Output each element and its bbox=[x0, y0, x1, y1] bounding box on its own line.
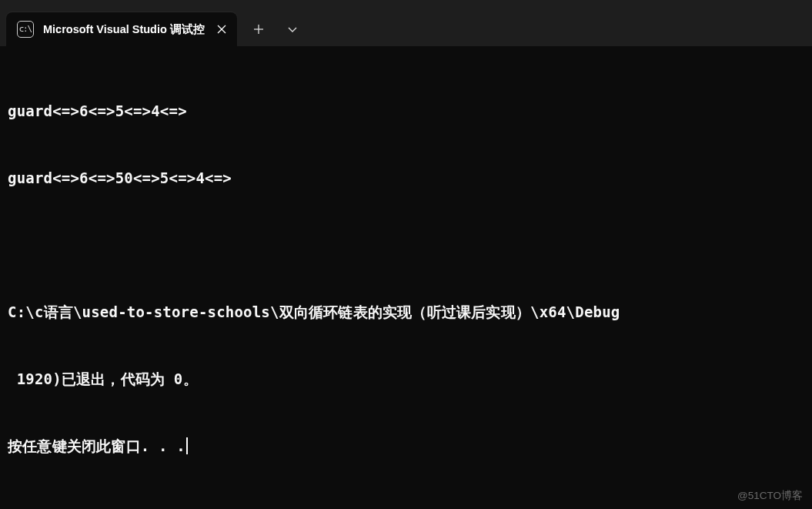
terminal-line: guard<=>6<=>50<=>5<=>4<=> bbox=[8, 167, 804, 189]
terminal-blank-line bbox=[8, 234, 804, 256]
terminal-line: C:\c语言\used-to-store-schools\双向循环链表的实现（听… bbox=[8, 301, 804, 323]
tab-actions bbox=[242, 12, 309, 46]
tab-dropdown-button[interactable] bbox=[276, 15, 309, 44]
terminal-icon: ᴄ:\ bbox=[17, 21, 34, 38]
close-icon[interactable] bbox=[214, 22, 229, 37]
titlebar-top-strip bbox=[0, 0, 812, 8]
tab-title: Microsoft Visual Studio 调试控 bbox=[43, 22, 205, 37]
terminal-line: 1920)已退出，代码为 0。 bbox=[8, 368, 804, 390]
watermark: @51CTO博客 bbox=[737, 489, 803, 503]
cursor bbox=[186, 437, 188, 454]
titlebar-inner: ᴄ:\ Microsoft Visual Studio 调试控 bbox=[0, 8, 812, 46]
tab-active[interactable]: ᴄ:\ Microsoft Visual Studio 调试控 bbox=[6, 12, 237, 46]
new-tab-button[interactable] bbox=[242, 15, 276, 44]
terminal-prompt-text: 按任意键关闭此窗口. . . bbox=[8, 437, 185, 454]
terminal-line: guard<=>6<=>5<=>4<=> bbox=[8, 100, 804, 122]
terminal-output[interactable]: guard<=>6<=>5<=>4<=> guard<=>6<=>50<=>5<… bbox=[0, 46, 812, 487]
terminal-line: 按任意键关闭此窗口. . . bbox=[8, 435, 804, 457]
